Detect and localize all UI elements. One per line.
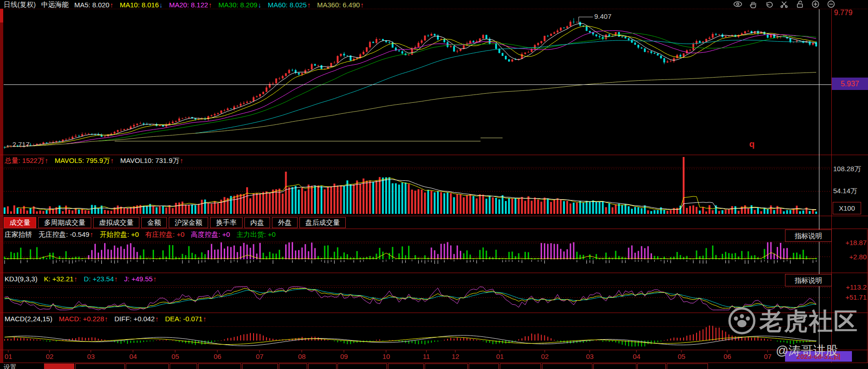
tab-内盘[interactable]: 内盘 [244,217,270,228]
axis-month-label: 01 [5,352,12,360]
volume-axis-lower: 54.14万 [833,187,857,195]
indicator-field: 开始控盘: +0 [100,230,138,239]
crosshair-price-tag: 5.937 [832,78,868,90]
tab-虚拟成交量[interactable]: 虚拟成交量 [93,217,139,228]
macd-header: MACD(2,24,15) MACD: +0.228↑DIFF: +0.042↑… [5,314,213,323]
tab-换手率[interactable]: 换手率 [210,217,243,228]
zhuangjia-axis-upper: +18.87 [835,239,867,246]
bottom-indicator-tab[interactable] [667,363,708,369]
chart-high-label: 9.407 [594,12,612,21]
undo-icon[interactable] [764,0,774,8]
indicator-field: MA360: 6.490↑ [317,1,364,9]
quarter-marker: q [749,139,755,150]
up-arrow-icon: ↑ [114,275,118,283]
bottom-indicator-tab[interactable] [593,363,636,369]
volume-multiplier-badge: X100 [833,202,861,214]
bottom-indicator-tab[interactable] [126,363,169,369]
settings-button[interactable]: 设置 [4,363,17,369]
up-arrow-icon: ↑ [90,230,94,238]
axis-high-value: 9.779 [834,8,852,17]
zhuangjia-header: 庄家抬轿 无庄控盘: -0.549↑开始控盘: +0有庄控盘: +0高度控盘: … [5,230,282,239]
macd-title: MACD(2,24,15) [5,315,52,323]
kdj-title: KDJ(9,3,3) [5,275,38,283]
up-arrow-icon: ↑ [180,157,183,164]
axis-month-label: 12 [452,352,459,360]
indicator-help-button[interactable]: 指标说明 [785,229,832,242]
up-arrow-icon: ↑ [111,157,114,164]
watermark-community-text: 老虎社区 [759,306,858,338]
indicator-field: 无庄控盘: -0.549↑ [39,230,93,239]
hand-icon[interactable] [748,0,758,8]
kdj-axis-lower: +51.71 [835,293,867,301]
volume-axis-upper: 108.28万 [833,165,861,173]
bottom-indicator-tab[interactable] [425,363,468,369]
tab-金额[interactable]: 金额 [141,217,167,228]
bottom-indicator-tab[interactable] [44,363,74,369]
ma-values: MA5: 8.020↑MA10: 8.016↓MA20: 8.122↑MA30:… [74,1,370,9]
kdj-header: KDJ(9,3,3) K: +32.21↑D: +23.54↑J: +49.55… [5,274,163,283]
axis-month-label: 03 [87,352,95,360]
indicator-help-button[interactable]: 指标说明 [785,274,832,286]
bottom-indicator-tab[interactable] [337,363,387,369]
watermark-tiger-community: 老虎社区 [727,306,858,338]
up-arrow-icon: ↑ [74,275,77,283]
tab-沪深金额[interactable]: 沪深金额 [169,217,208,228]
tab-多周期成交量[interactable]: 多周期成交量 [38,217,91,228]
indicator-field: 高度控盘: +0 [191,230,230,239]
topbar: 日线(复权) 中远海能 MA5: 8.020↑MA10: 8.016↓MA20:… [4,0,370,9]
axis-month-label: 06 [214,352,221,360]
up-arrow-icon: ↑ [45,157,49,164]
bottom-indicator-tab[interactable] [500,363,541,369]
zoom-in-icon[interactable] [811,0,820,8]
bottom-indicator-tab[interactable] [198,363,241,369]
axis-month-label: 11 [423,352,430,360]
bottom-indicator-tab[interactable] [469,363,499,369]
up-arrow-icon: ↑ [105,315,108,323]
indicator-field: MA10: 8.016↓ [120,1,163,9]
lock-icon[interactable] [795,0,805,8]
axis-month-label: 05 [678,352,686,360]
up-arrow-icon: ↑ [110,1,114,9]
tiger-paw-logo-icon [727,306,757,337]
up-arrow-icon: ↑ [203,315,207,323]
indicator-field: DIFF: +0.042↑ [115,315,159,323]
up-arrow-icon: ↑ [307,1,311,9]
bottom-indicator-tab[interactable] [279,363,307,369]
zoom-out-icon[interactable] [826,0,836,8]
bottom-indicator-tab[interactable] [542,363,592,369]
indicator-field: MAVOL10: 731.9万↑ [120,157,183,165]
bottom-indicator-tab[interactable] [242,363,278,369]
zhuangjia-title: 庄家抬轿 [5,230,32,239]
bottom-indicator-tab[interactable] [308,363,337,369]
axis-month-label: 02 [46,352,54,360]
axis-month-label: 01 [496,352,504,360]
indicator-field: DEA: -0.071↑ [165,315,206,323]
tab-盘后成交量[interactable]: 盘后成交量 [299,217,346,228]
indicator-field: D: +23.54↑ [84,275,118,283]
axis-month-label: 09 [340,352,348,360]
indicator-field: MACD: +0.228↑ [59,315,108,323]
up-arrow-icon: ↑ [155,315,159,323]
up-arrow-icon: ↑ [360,1,364,9]
axis-month-label: 03 [586,352,594,360]
eye-icon[interactable] [733,0,742,8]
scissors-icon[interactable] [780,0,789,8]
tab-成交量[interactable]: 成交量 [4,217,36,228]
axis-month-label: 06 [724,352,731,360]
down-arrow-icon: ↓ [258,1,261,9]
indicator-field: 总量: 1522万↑ [5,157,48,165]
up-arrow-icon: ↑ [153,275,157,283]
bottom-indicator-tab[interactable] [637,363,666,369]
tab-外盘[interactable]: 外盘 [272,217,298,228]
indicator-field: MA5: 8.020↑ [74,1,113,9]
up-arrow-icon: ↑ [209,1,212,9]
bottom-indicator-tab[interactable] [388,363,424,369]
symbol-name: 中远海能 [41,0,69,9]
indicator-field: 主力出货: +0 [237,230,276,239]
bottom-indicator-tab[interactable] [75,363,125,369]
indicator-field: MAVOL5: 795.9万↑ [55,157,114,165]
indicator-field: K: +32.21↑ [44,275,77,283]
bottom-indicator-tab[interactable] [170,363,197,369]
indicator-field: J: +49.55↑ [124,275,157,283]
axis-month-label: 04 [633,352,641,360]
